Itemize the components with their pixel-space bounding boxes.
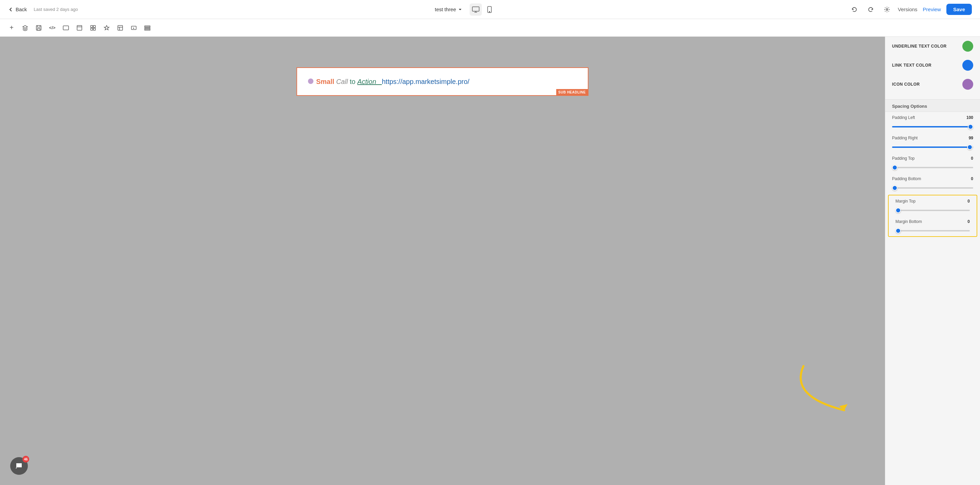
padding-bottom-row: Padding Bottom 0 <box>885 173 980 193</box>
template-icon <box>76 25 83 31</box>
chevron-down-icon <box>458 8 462 11</box>
padding-left-label: Padding Left <box>892 115 915 120</box>
svg-rect-5 <box>63 26 68 30</box>
padding-top-label: Padding Top <box>892 156 915 161</box>
margin-top-value: 0 <box>967 199 970 204</box>
icon-color-label: ICON COLOR <box>892 81 920 87</box>
svg-point-3 <box>886 8 888 10</box>
icon-color-swatch[interactable] <box>963 79 973 90</box>
padding-right-value: 99 <box>969 136 973 140</box>
save-button[interactable]: Save <box>947 4 972 15</box>
margin-bottom-row: Margin Bottom 0 <box>889 216 977 236</box>
padding-bottom-slider[interactable] <box>892 187 973 188</box>
text-small: Small <box>316 76 336 87</box>
canvas-area[interactable]: Small Call to Action_ https://app.market… <box>0 37 885 485</box>
padding-left-slider[interactable] <box>892 126 973 128</box>
margin-section-highlight: Margin Top 0 Margin Bottom 0 <box>888 195 977 237</box>
padding-left-row: Padding Left 100 <box>885 112 980 132</box>
display-icon <box>63 26 69 30</box>
padding-top-value: 0 <box>971 156 973 161</box>
spacing-options-header: Spacing Options <box>885 99 980 112</box>
main-layout: Small Call to Action_ https://app.market… <box>0 37 980 485</box>
svg-rect-15 <box>145 29 150 30</box>
top-bar: Back Last saved 2 days ago test three <box>0 0 980 19</box>
bullet-dot-icon <box>308 78 313 84</box>
layout-button[interactable] <box>114 22 126 34</box>
redo-icon <box>868 6 874 13</box>
svg-rect-4 <box>37 26 41 30</box>
svg-rect-14 <box>145 27 150 29</box>
back-label: Back <box>16 6 27 12</box>
code-button[interactable]: </> <box>46 22 59 34</box>
redo-button[interactable] <box>865 4 876 15</box>
desktop-device-icon[interactable] <box>469 3 482 16</box>
padding-right-row: Padding Right 99 <box>885 132 980 153</box>
top-bar-left: Back Last saved 2 days ago <box>8 6 78 12</box>
media-button[interactable] <box>128 22 140 34</box>
link-text-color-swatch[interactable] <box>963 60 973 71</box>
svg-rect-8 <box>93 26 95 27</box>
grid-button[interactable] <box>87 22 99 34</box>
versions-btn[interactable]: Versions <box>898 6 918 12</box>
svg-rect-7 <box>91 26 93 27</box>
last-saved-text: Last saved 2 days ago <box>33 7 78 12</box>
device-icons <box>469 3 495 16</box>
text-block[interactable]: Small Call to Action_ https://app.market… <box>296 67 589 96</box>
padding-bottom-value: 0 <box>971 176 973 181</box>
svg-rect-13 <box>145 26 150 27</box>
chat-icon <box>15 462 23 470</box>
right-panel: UNDERLINE TEXT COLOR LINK TEXT COLOR ICO… <box>885 37 980 485</box>
margin-top-label: Margin Top <box>896 199 915 204</box>
top-bar-right: Versions Preview Save <box>849 4 972 15</box>
canvas-content: Small Call to Action_ https://app.market… <box>14 50 871 471</box>
underline-text-color-row: UNDERLINE TEXT COLOR <box>885 37 980 56</box>
margin-top-slider[interactable] <box>896 210 970 211</box>
padding-top-slider[interactable] <box>892 167 973 168</box>
svg-rect-10 <box>93 28 95 30</box>
text-action: Action_ <box>357 76 382 87</box>
icon-color-row: ICON COLOR <box>885 75 980 94</box>
undo-button[interactable] <box>849 4 860 15</box>
template-button[interactable] <box>73 22 86 34</box>
save-icon-button[interactable] <box>33 22 45 34</box>
settings-icon <box>884 6 890 13</box>
media-icon <box>131 25 137 31</box>
mobile-device-icon[interactable] <box>483 3 495 16</box>
more-button[interactable] <box>141 22 153 34</box>
margin-bottom-value: 0 <box>967 219 970 224</box>
shape-icon <box>103 25 110 31</box>
settings-button[interactable] <box>881 4 892 15</box>
display-button[interactable] <box>60 22 72 34</box>
spacing-options-label: Spacing Options <box>892 104 927 109</box>
grid-icon <box>90 25 96 31</box>
preview-button[interactable]: Preview <box>923 6 941 12</box>
chat-bubble[interactable]: 46 <box>10 457 28 475</box>
margin-bottom-slider[interactable] <box>896 230 970 231</box>
toolbar: + </> <box>0 19 980 37</box>
chat-widget[interactable]: 46 <box>10 457 28 475</box>
chat-badge: 46 <box>22 456 29 463</box>
text-to: to <box>350 76 357 87</box>
add-button[interactable]: + <box>5 22 18 34</box>
link-text-color-label: LINK TEXT COLOR <box>892 62 931 68</box>
padding-right-slider[interactable] <box>892 147 973 148</box>
project-name: test three <box>435 6 456 12</box>
padding-bottom-label: Padding Bottom <box>892 176 921 181</box>
top-bar-center: test three <box>431 3 495 16</box>
layers-icon <box>22 25 28 31</box>
svg-rect-9 <box>91 28 93 30</box>
svg-point-2 <box>489 11 490 12</box>
padding-right-label: Padding Right <box>892 136 918 140</box>
margin-top-row: Margin Top 0 <box>889 195 977 216</box>
underline-text-color-label: UNDERLINE TEXT COLOR <box>892 43 947 49</box>
underline-text-color-swatch[interactable] <box>963 41 973 52</box>
padding-left-value: 100 <box>966 115 973 120</box>
sub-headline-badge: SUB HEADLINE <box>556 89 588 96</box>
svg-rect-11 <box>118 26 123 30</box>
padding-top-row: Padding Top 0 <box>885 153 980 173</box>
layers-button[interactable] <box>19 22 31 34</box>
svg-rect-6 <box>77 26 82 30</box>
project-name-dropdown[interactable]: test three <box>431 5 466 14</box>
shape-button[interactable] <box>100 22 113 34</box>
back-button[interactable]: Back <box>8 6 27 12</box>
